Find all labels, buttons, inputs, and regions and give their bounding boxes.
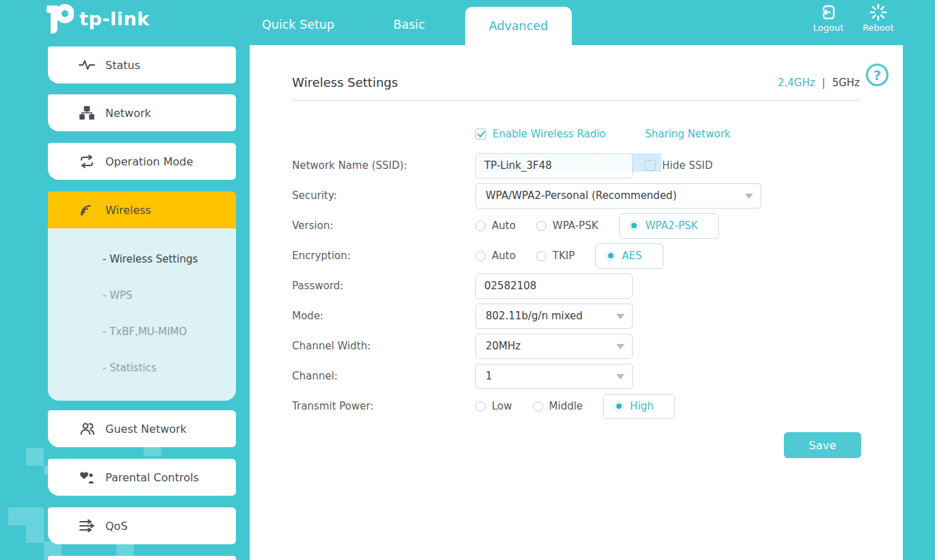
submenu-item-wps[interactable]: - WPS (48, 289, 236, 325)
status-pulse-icon (78, 58, 96, 72)
version-radio-auto[interactable]: Auto (475, 213, 516, 239)
security-select[interactable]: WPA/WPA2-Personal (Recommended) (475, 183, 761, 209)
security-label: Security: (292, 189, 475, 202)
enable-wireless-radio-checkbox[interactable]: Enable Wireless Radio (475, 128, 606, 140)
deco-square (26, 525, 44, 543)
sharing-network-link[interactable]: Sharing Network (645, 128, 730, 140)
mode-select[interactable]: 802.11b/g/n mixed (475, 304, 633, 329)
encryption-radio-tkip[interactable]: TKIP (536, 243, 575, 269)
sidebar-item-label: QoS (105, 520, 128, 533)
version-radio-wpa-psk[interactable]: WPA-PSK (536, 213, 598, 239)
sidebar-item-partial[interactable] (48, 556, 236, 560)
sidebar-item-label: Status (105, 59, 140, 72)
reboot-button[interactable]: Reboot (858, 3, 899, 33)
content-panel: Wireless Settings 2.4GHz | 5GHz Enable W… (250, 45, 903, 560)
chevron-down-icon (616, 374, 624, 379)
mode-row: Mode: 802.11b/g/n mixed (292, 301, 860, 331)
security-selected-value: WPA/WPA2-Personal (Recommended) (486, 189, 676, 202)
sidebar-item-guest-network[interactable]: Guest Network (48, 410, 236, 447)
transmit-power-label: Transmit Power: (292, 400, 475, 412)
logout-icon (808, 3, 849, 21)
channel-width-row: Channel Width: 20MHz (292, 331, 860, 361)
ssid-row: Obdélníkový výstřižek Network Name (SSID… (292, 150, 860, 181)
enable-wireless-radio-label: Enable Wireless Radio (492, 128, 606, 140)
password-label: Password: (292, 280, 475, 292)
logout-label: Logout (808, 23, 849, 33)
radio-unselected-icon (475, 221, 486, 231)
radio-selected-icon (629, 221, 640, 231)
chevron-down-icon (616, 314, 624, 319)
encryption-radio-group: Auto TKIP AES (475, 243, 663, 269)
version-row: Version: Auto WPA-PSK WPA2-PSK (292, 211, 860, 241)
channel-width-select[interactable]: 20MHz (475, 334, 633, 359)
tab-quick-setup[interactable]: Quick Setup (262, 18, 334, 31)
encryption-radio-auto[interactable]: Auto (475, 243, 516, 269)
version-radio-group: Auto WPA-PSK WPA2-PSK (475, 213, 719, 239)
tab-advanced[interactable]: Advanced (465, 7, 572, 45)
channel-selected-value: 1 (486, 370, 492, 382)
transmit-power-radio-high[interactable]: High (603, 394, 674, 419)
band-5ghz-link[interactable]: 5GHz (832, 77, 860, 89)
transmit-power-row: Transmit Power: Low Middle High (292, 391, 860, 421)
wireless-submenu: - Wireless Settings - WPS - TxBF,MU-MIMO… (48, 228, 236, 401)
radio-selected-icon (605, 251, 616, 261)
encryption-radio-aes[interactable]: AES (595, 243, 663, 269)
radio-unselected-icon (475, 251, 486, 261)
channel-select[interactable]: 1 (475, 364, 633, 389)
password-row: Password: (292, 271, 860, 301)
logout-button[interactable]: Logout (808, 3, 849, 33)
deco-square (144, 446, 161, 456)
sidebar-item-network[interactable]: Network (48, 94, 236, 131)
wireless-wifi-icon (78, 203, 96, 217)
channel-label: Channel: (292, 370, 475, 382)
channel-row: Channel: 1 (292, 361, 860, 391)
password-input[interactable] (475, 274, 633, 299)
sidebar-item-label: Wireless (105, 204, 151, 217)
radio-unselected-icon (475, 401, 486, 412)
security-row: Security: WPA/WPA2-Personal (Recommended… (292, 181, 860, 211)
sidebar-item-operation-mode[interactable]: Operation Mode (48, 143, 236, 180)
version-radio-wpa2-psk[interactable]: WPA2-PSK (619, 213, 720, 239)
guest-network-people-icon (78, 422, 96, 436)
sidebar-item-status[interactable]: Status (48, 46, 236, 83)
sidebar-item-qos[interactable]: QoS (48, 507, 236, 544)
sidebar-item-label: Parental Controls (105, 471, 199, 484)
submenu-item-wireless-settings[interactable]: - Wireless Settings (48, 253, 236, 289)
tp-link-logo-icon (45, 3, 74, 34)
ssid-label: Network Name (SSID): (292, 159, 475, 172)
reboot-icon (858, 3, 899, 21)
brand-logo: tp-link (45, 3, 150, 34)
sidebar-item-parental-controls[interactable]: Parental Controls (48, 459, 236, 496)
brand-name: tp-link (79, 8, 150, 29)
mode-selected-value: 802.11b/g/n mixed (486, 310, 583, 322)
top-header: tp-link Quick Setup Basic Advanced Logou… (0, 0, 935, 45)
page-title: Wireless Settings (292, 75, 398, 90)
chevron-down-icon (745, 194, 753, 199)
help-icon[interactable]: ? (866, 64, 888, 86)
channel-width-selected-value: 20MHz (486, 340, 521, 352)
transmit-power-radio-middle[interactable]: Middle (533, 394, 583, 419)
save-button[interactable]: Save (784, 432, 861, 458)
encryption-label: Encryption: (292, 250, 475, 262)
ssid-input[interactable] (475, 153, 633, 178)
radio-unselected-icon (536, 251, 546, 261)
version-label: Version: (292, 219, 475, 232)
transmit-power-radio-group: Low Middle High (475, 394, 675, 419)
sidebar-item-label: Guest Network (105, 423, 187, 436)
band-switch: 2.4GHz | 5GHz (778, 77, 860, 89)
submenu-item-txbf-mu-mimo[interactable]: - TxBF,MU-MIMO (48, 325, 236, 362)
enable-wireless-radio-row: Enable Wireless Radio Sharing Network (292, 118, 860, 150)
radio-unselected-icon (533, 401, 543, 412)
sidebar-item-label: Operation Mode (105, 155, 193, 168)
deco-square (8, 507, 44, 525)
submenu-item-statistics[interactable]: - Statistics (48, 362, 236, 398)
encryption-row: Encryption: Auto TKIP AES (292, 241, 860, 271)
checkbox-checked-icon[interactable] (475, 129, 486, 139)
band-2-4ghz-link[interactable]: 2.4GHz (778, 77, 815, 89)
hide-ssid-label: Hide SSID (662, 159, 713, 172)
sidebar-item-wireless[interactable]: Wireless (48, 191, 236, 228)
transmit-power-radio-low[interactable]: Low (475, 394, 512, 419)
network-tree-icon (78, 106, 96, 120)
band-separator: | (822, 77, 826, 89)
tab-basic[interactable]: Basic (393, 18, 425, 31)
